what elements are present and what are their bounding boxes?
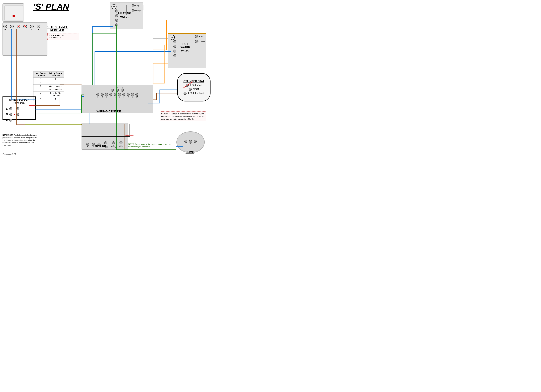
screw-wc-1: ⊙ xyxy=(96,93,99,96)
screw-boiler-N: ⊙ xyxy=(92,143,95,146)
pump-t-L: ⊙ L xyxy=(194,140,197,145)
motor-M-hotwater: M xyxy=(170,35,175,40)
receiver-notes: 3: Hot Water ON 4: Heating ON xyxy=(47,33,79,40)
mains-voltage: 230V 50Hz xyxy=(4,102,34,105)
screw-L2: ⊙ xyxy=(16,107,19,110)
wc-t-E: ⏚ ⊙ xyxy=(121,87,124,92)
wc-t-5: ⊙ 5 xyxy=(114,93,117,98)
safety-note-text: NOTE: For safety, it is recommended that… xyxy=(161,113,204,120)
screw-wc-10: ⊙ xyxy=(135,93,138,96)
tip-text: TIP TIP Take a photo of the existing wir… xyxy=(128,143,173,148)
hotwater-right-terminals: ⊙ Grey ⊙ Orange xyxy=(195,35,205,43)
safety-note-box: NOTE: For safety, it is recommended that… xyxy=(160,111,206,121)
screw-wc-3: ⊙ xyxy=(105,93,108,96)
cylinder-stat-com: ⊙ COM xyxy=(189,88,199,91)
cylinder-stat-terminal-2: ⊙ 2 Satisfied xyxy=(186,84,202,87)
screw-N1: ⊙ xyxy=(9,113,12,116)
terminal-circle-x1: ✕ xyxy=(17,25,20,28)
screw-wc-5: ⊙ xyxy=(114,93,117,96)
screw-boiler-Ls: ⊙ xyxy=(112,141,115,144)
screw-hv-4: ⊙ xyxy=(115,23,118,26)
terminal-L: ⊙ L xyxy=(10,25,14,30)
boiler-label: BOILER xyxy=(95,145,106,148)
pump-t-N: ⊙ N xyxy=(189,140,192,145)
table-row: 2 Not connected xyxy=(33,88,64,92)
wc-t-10: ⊙ 10 xyxy=(135,93,138,98)
screw-wc-4: ⊙ xyxy=(109,93,112,96)
motor-M-heating: M xyxy=(111,4,116,9)
thermostat-inner xyxy=(5,5,23,20)
screw-wc-8: ⊙ xyxy=(127,93,130,96)
bottom-note-text: NOTE The boiler controller is mains powe… xyxy=(2,134,37,146)
screw-pump-E: ⊙ xyxy=(184,140,187,143)
screw-hv-3: ⊙ xyxy=(115,19,118,22)
thermostat-button xyxy=(12,15,15,17)
screw-hwv-2: ⊙ xyxy=(173,45,176,48)
wiring-centre-interior: L ⊙ N ⊙ ⏚ ⊙ ⊙ 1 ⊙ xyxy=(82,85,153,99)
wc-t-2: ⊙ 2 xyxy=(101,93,104,98)
screw-pump-N: ⊙ xyxy=(189,140,192,143)
wiring-centre-top-terminals: L ⊙ N ⊙ ⏚ ⊙ xyxy=(83,87,151,92)
wire-red-short-N xyxy=(14,114,15,115)
cylinder-stat-box: CYLINDER STAT ⊙ 2 Satisfied ⊙ COM ⊙ 1 Ca… xyxy=(177,73,211,101)
wire-red-short xyxy=(14,108,15,109)
screw-hwv-4: ⊙ xyxy=(173,54,176,57)
screw-wc-7: ⊙ xyxy=(122,93,125,96)
wiring-centre-numbered-terminals: ⊙ 1 ⊙ 2 ⊙ 3 ⊙ 4 ⊙ 5 xyxy=(83,93,151,98)
table-row: N 2 xyxy=(33,77,64,81)
screw-grey-1: ⊙ xyxy=(132,4,135,7)
pump-terminals: ⊙ ⏚ ⊙ N ⊙ L xyxy=(184,140,197,145)
screw-cyl-com: ⊙ xyxy=(189,88,192,91)
terminal-3: ⊙ 3 xyxy=(30,25,34,30)
screw-orange-1: ⊙ xyxy=(132,9,135,12)
heating-valve-left-terminals: ⊙ ⊙ ⊙ ⊙ xyxy=(115,10,118,26)
hot-water-valve-label: HOTWATERVALVE xyxy=(181,42,190,53)
screw-wc-9: ⊙ xyxy=(131,93,134,96)
wc-t-6: ⊙ 6 xyxy=(118,93,121,98)
mains-E-row: ⏚ ⊙ xyxy=(6,119,34,122)
mains-supply-box: MAINS SUPPLY 230V 50Hz L ⊙ ⊙ N ⊙ ⊙ ⏚ ⊙ xyxy=(2,97,36,120)
screw-wc-N: ⊙ xyxy=(116,89,119,92)
cylinder-stat-title: CYLINDER STAT xyxy=(183,80,204,83)
table-row: L 1 xyxy=(33,81,64,84)
boiler-t-Lr: ⊙ LReturn xyxy=(119,141,124,148)
pump-circle: ⊙ ⏚ ⊙ N ⊙ L xyxy=(176,131,205,153)
wc-t-8: ⊙ 8 xyxy=(127,93,130,98)
table-row: 4 5 xyxy=(33,97,64,101)
diagram-container: 'S' PLAN DUAL CHANNEL RECEIVER ⊙ N ⊙ L ✕… xyxy=(0,0,216,157)
screw-grey-hw: ⊙ xyxy=(195,35,198,38)
terminal-circle-x2: ✕ xyxy=(23,25,27,28)
screw-E: ⊙ xyxy=(9,119,12,122)
table-row: 1 Not connected xyxy=(33,84,64,88)
table-row: 3 Cylinder StatCommon xyxy=(33,92,64,97)
terminal-circle-4: ⊙ xyxy=(36,25,40,28)
cylinder-stat-terminal-1: ⊙ 1 Call for heat xyxy=(183,92,204,95)
screw-hv-1: ⊙ xyxy=(115,10,118,12)
terminal-x1: ✕ xyxy=(17,25,20,30)
pump-t-E: ⊙ ⏚ xyxy=(184,140,187,145)
cylinder-stat-2-label: 2 Satisfied xyxy=(190,84,202,87)
wc-t-L: L ⊙ xyxy=(111,87,114,92)
boiler-t-N: ⊙ N xyxy=(92,143,95,148)
wc-t-7: ⊙ 7 xyxy=(122,93,125,98)
mains-N-row: N ⊙ ⊙ xyxy=(6,113,34,116)
screw-cyl-1: ⊙ xyxy=(183,92,187,95)
screw-wc-E: ⊙ xyxy=(121,89,124,92)
heating-valve-right-terminals: ⊙ Grey ⊙ Orange xyxy=(132,4,141,12)
screw-L1: ⊙ xyxy=(9,107,12,110)
screw-boiler-L: ⊙ xyxy=(86,143,89,146)
wc-t-4: ⊙ 4 xyxy=(109,93,112,98)
screw-wc-6: ⊙ xyxy=(118,93,121,96)
heating-valve-label: HEATINGVALVE xyxy=(118,12,131,19)
tip-content: TIP Take a photo of the existing wiring … xyxy=(128,143,172,148)
screw-pump-L: ⊙ xyxy=(194,140,197,143)
terminal-4: ⊙ 4 xyxy=(36,25,40,30)
wiring-centre-box: L ⊙ N ⊙ ⏚ ⊙ ⊙ 1 ⊙ xyxy=(82,85,153,113)
bottom-note: NOTE NOTE The boiler controller is mains… xyxy=(2,134,39,147)
receiver-terminals-row: ⊙ N ⊙ L ✕ ✕ ⊙ 3 ⊙ 4 xyxy=(3,25,40,30)
wc-t-9: ⊙ 9 xyxy=(131,93,134,98)
screw-wc-2: ⊙ xyxy=(101,93,104,96)
terminal-circle-3: ⊙ xyxy=(30,25,34,28)
screw-cyl-2: ⊙ xyxy=(186,84,189,87)
screw-N2: ⊙ xyxy=(16,113,19,116)
